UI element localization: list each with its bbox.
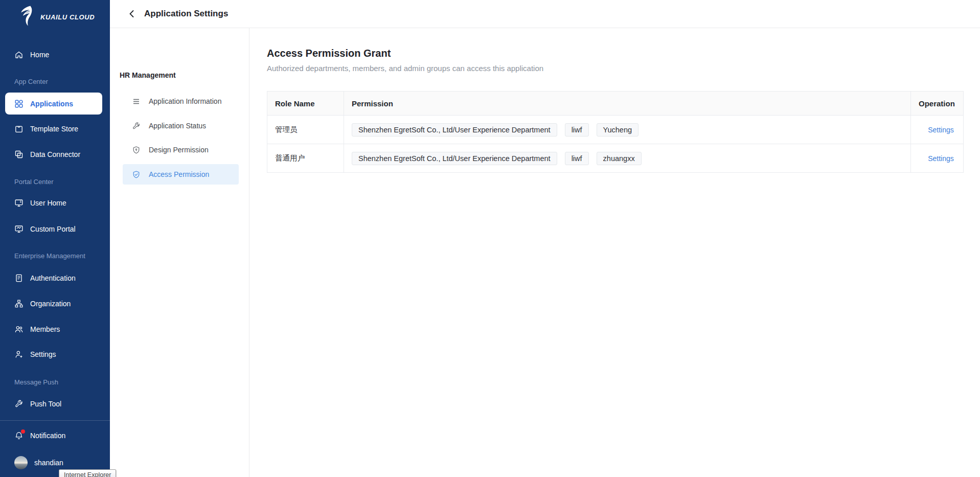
- permission-tag: zhuangxx: [597, 152, 642, 165]
- sidebar-item-push-tool[interactable]: Push Tool: [0, 393, 110, 415]
- column-header-operation: Operation: [911, 92, 964, 116]
- column-header-permission: Permission: [344, 92, 911, 116]
- notification-badge-dot: [21, 429, 25, 434]
- org-chart-icon: [14, 299, 24, 308]
- list-icon: [132, 97, 141, 106]
- sidebar-item-label: Data Connector: [30, 150, 80, 158]
- sidebar-item-label: User Home: [30, 199, 66, 207]
- primary-sidebar: KUAILU CLOUD Home App Center Application…: [0, 0, 110, 477]
- sidebar-item-label: Custom Portal: [30, 225, 76, 233]
- sidebar-item-user-home[interactable]: User Home: [0, 192, 110, 214]
- operation-cell: Settings: [911, 116, 964, 144]
- sidebar-section-portal-center: Portal Center: [14, 176, 54, 187]
- permission-tag: Yucheng: [597, 123, 639, 137]
- right-area: Application Settings HR Management Appli…: [110, 0, 980, 477]
- sidebar-item-label: Template Store: [30, 125, 78, 133]
- wrench-icon: [132, 122, 141, 130]
- sidebar-item-label: Settings: [30, 350, 56, 358]
- permission-cell: Shenzhen EgretSoft Co., Ltd/User Experie…: [344, 144, 911, 173]
- brand-logo: KUAILU CLOUD: [20, 5, 95, 29]
- settings-menu-panel: HR Management Application Information Ap…: [110, 28, 249, 477]
- page-header: Application Settings: [110, 0, 980, 28]
- chevron-left-icon: [127, 9, 136, 18]
- menu-item-label: Application Status: [149, 122, 206, 130]
- kuailu-swirl-icon: [20, 5, 36, 29]
- menu-item-label: Access Permission: [149, 170, 209, 178]
- user-name-label: shandian: [34, 459, 63, 467]
- sidebar-item-data-connector[interactable]: Data Connector: [0, 144, 110, 165]
- certificate-icon: [14, 274, 24, 283]
- user-avatar: [14, 456, 28, 469]
- settings-link[interactable]: Settings: [928, 126, 954, 134]
- content-area: HR Management Application Information Ap…: [110, 28, 980, 477]
- wrench-icon: [14, 399, 24, 408]
- operation-cell: Settings: [911, 144, 964, 173]
- sidebar-item-label: Authentication: [30, 274, 76, 282]
- sidebar-item-label: Applications: [30, 100, 73, 108]
- back-button[interactable]: [127, 9, 136, 18]
- shield-icon: [132, 146, 141, 154]
- sidebar-item-applications[interactable]: Applications: [5, 93, 102, 115]
- app-root: KUAILU CLOUD Home App Center Application…: [0, 0, 980, 477]
- sidebar-item-label: Home: [30, 51, 49, 59]
- role-name-cell: 管理员: [267, 116, 344, 144]
- sidebar-item-label: Notification: [30, 431, 65, 440]
- sidebar-item-label: Organization: [30, 300, 71, 308]
- overlapping-squares-icon: [14, 150, 24, 159]
- column-header-role-name: Role Name: [267, 92, 344, 116]
- sidebar-item-home[interactable]: Home: [0, 44, 110, 65]
- brand-name: KUAILU CLOUD: [40, 13, 95, 21]
- person-plus-icon: [14, 350, 24, 359]
- sidebar-item-label: Push Tool: [30, 400, 61, 408]
- table-header-row: Role Name Permission Operation: [267, 92, 964, 116]
- section-subtitle: Authorized departments, members, and adm…: [267, 64, 964, 73]
- sidebar-item-template-store[interactable]: Template Store: [0, 118, 110, 140]
- menu-item-application-information[interactable]: Application Information: [123, 91, 239, 111]
- sidebar-section-enterprise-management: Enterprise Management: [14, 250, 85, 261]
- app-grid-icon: [14, 99, 24, 108]
- permission-tag: liwf: [565, 152, 589, 165]
- people-icon: [14, 325, 24, 334]
- menu-item-access-permission[interactable]: Access Permission: [123, 164, 239, 185]
- sidebar-item-label: Members: [30, 325, 60, 333]
- shield-check-icon: [132, 170, 141, 179]
- sidebar-item-notification[interactable]: Notification: [0, 425, 110, 446]
- store-bag-icon: [14, 124, 24, 133]
- settings-link[interactable]: Settings: [928, 154, 954, 163]
- system-tooltip: Internet Explorer: [59, 469, 116, 477]
- sidebar-divider: [0, 420, 110, 421]
- sidebar-item-settings[interactable]: Settings: [0, 344, 110, 365]
- home-icon: [14, 50, 24, 59]
- section-title: Access Permission Grant: [267, 48, 964, 59]
- sidebar-item-members[interactable]: Members: [0, 319, 110, 340]
- sidebar-item-authentication[interactable]: Authentication: [0, 267, 110, 289]
- permission-tag: Shenzhen EgretSoft Co., Ltd/User Experie…: [352, 152, 557, 165]
- sidebar-item-organization[interactable]: Organization: [0, 293, 110, 314]
- role-name-cell: 普通用户: [267, 144, 344, 173]
- page-title: Application Settings: [144, 9, 228, 19]
- permission-tag: Shenzhen EgretSoft Co., Ltd/User Experie…: [352, 123, 557, 137]
- menu-item-label: Application Information: [149, 97, 221, 105]
- menu-item-label: Design Permission: [149, 146, 209, 154]
- sidebar-item-custom-portal[interactable]: Custom Portal: [0, 218, 110, 240]
- sidebar-section-message-push: Message Push: [14, 376, 58, 388]
- app-name-heading: HR Management: [120, 71, 176, 79]
- menu-item-design-permission[interactable]: Design Permission: [123, 140, 239, 160]
- permission-tag: liwf: [565, 123, 589, 137]
- table-row: 普通用户 Shenzhen EgretSoft Co., Ltd/User Ex…: [267, 144, 964, 173]
- sidebar-section-app-center: App Center: [14, 76, 48, 87]
- main-panel: Access Permission Grant Authorized depar…: [249, 28, 980, 477]
- permission-table: Role Name Permission Operation 管理员 Shenz…: [267, 91, 964, 173]
- monitor-edit-icon: [14, 224, 24, 234]
- table-row: 管理员 Shenzhen EgretSoft Co., Ltd/User Exp…: [267, 116, 964, 144]
- monitor-icon: [14, 198, 24, 208]
- permission-cell: Shenzhen EgretSoft Co., Ltd/User Experie…: [344, 116, 911, 144]
- menu-item-application-status[interactable]: Application Status: [123, 116, 239, 136]
